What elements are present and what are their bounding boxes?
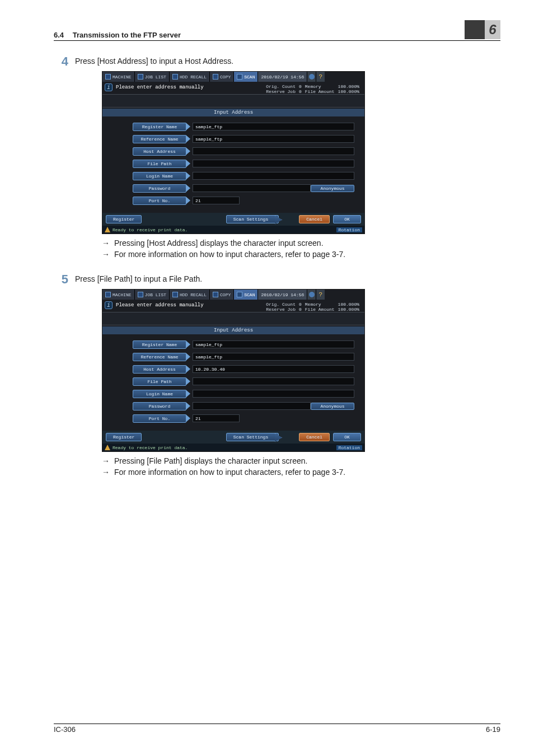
- tab-joblist[interactable]: JOB LIST: [135, 290, 170, 300]
- reference-name-button[interactable]: Reference Name: [133, 135, 186, 143]
- address-form: Register Namesample_ftp Reference Namesa…: [102, 116, 364, 213]
- warning-icon: [105, 227, 110, 232]
- cancel-button[interactable]: Cancel: [299, 433, 330, 441]
- register-name-value: sample_ftp: [193, 340, 354, 348]
- port-no-button[interactable]: Port No.: [133, 197, 186, 205]
- step-text-5: Press [File Path] to input a File Path.: [75, 274, 202, 283]
- tab-copy[interactable]: COPY: [210, 290, 234, 300]
- chapter-number: 6: [485, 20, 500, 39]
- password-value: [193, 184, 311, 192]
- page-footer: IC-306 6-19: [54, 724, 500, 734]
- cancel-button[interactable]: Cancel: [299, 215, 330, 223]
- machine-icon: [105, 74, 111, 80]
- tab-copy[interactable]: COPY: [210, 72, 234, 82]
- arrow-icon: →: [102, 468, 110, 477]
- port-no-value: 21: [193, 197, 240, 204]
- login-name-value: [193, 390, 354, 398]
- register-button[interactable]: Register: [106, 433, 142, 441]
- page-header: 6.4 Transmission to the FTP server 6: [54, 20, 500, 41]
- help-icon[interactable]: ?: [316, 290, 325, 300]
- anonymous-button[interactable]: Anonymous: [311, 185, 354, 192]
- form-title: Input Address: [102, 326, 364, 334]
- scan-icon: [237, 74, 242, 80]
- file-path-value: [193, 160, 354, 167]
- step-number-4: 4: [54, 54, 75, 69]
- help-icon[interactable]: ?: [316, 72, 325, 82]
- scan-icon: [237, 292, 242, 297]
- reference-name-value: sample_ftp: [193, 135, 354, 143]
- login-name-button[interactable]: Login Name: [133, 390, 186, 398]
- form-title: Input Address: [102, 109, 364, 116]
- register-name-value: sample_ftp: [193, 123, 354, 130]
- login-name-value: [193, 172, 354, 180]
- register-button[interactable]: Register: [106, 215, 142, 223]
- scan-settings-button[interactable]: Scan Settings: [226, 433, 279, 441]
- section-number: 6.4: [54, 31, 64, 39]
- info-icon: i: [105, 301, 113, 309]
- machine-icon: [105, 292, 111, 297]
- copy-icon: [213, 74, 218, 80]
- address-form: Register Namesample_ftp Reference Namesa…: [102, 334, 364, 431]
- tab-hddrecall[interactable]: HDD RECALL: [170, 72, 210, 82]
- host-address-button[interactable]: Host Address: [133, 365, 186, 374]
- notes-step5: →Pressing [File Path] displays the chara…: [102, 456, 500, 477]
- file-path-value: [193, 377, 354, 385]
- anonymous-button[interactable]: Anonymous: [311, 403, 354, 410]
- tab-machine[interactable]: MACHINE: [102, 290, 135, 300]
- file-path-button[interactable]: File Path: [133, 160, 186, 168]
- host-address-button[interactable]: Host Address: [133, 147, 186, 156]
- screenshot-host-address: MACHINE JOB LIST HDD RECALL COPY SCAN 20…: [102, 71, 365, 234]
- clock: 2010/02/19 14:56: [258, 72, 307, 82]
- footer-left: IC-306: [54, 725, 76, 734]
- status-text: Ready to receive print data.: [113, 445, 188, 450]
- clock: 2010/02/19 14:56: [258, 290, 307, 300]
- file-path-button[interactable]: File Path: [133, 377, 186, 386]
- status-circle-icon: [307, 72, 316, 82]
- rotation-badge: Rotation: [336, 227, 362, 232]
- tab-hddrecall[interactable]: HDD RECALL: [170, 290, 210, 300]
- info-message: Please enter address manually: [116, 302, 204, 308]
- login-name-button[interactable]: Login Name: [133, 172, 186, 180]
- status-circle-icon: [307, 290, 316, 300]
- copy-icon: [213, 292, 218, 297]
- joblist-icon: [138, 292, 143, 297]
- section-title: Transmission to the FTP server: [73, 31, 181, 39]
- register-name-button[interactable]: Register Name: [133, 340, 186, 349]
- tab-bar: MACHINE JOB LIST HDD RECALL COPY SCAN 20…: [102, 290, 364, 300]
- screenshot-file-path: MACHINE JOB LIST HDD RECALL COPY SCAN 20…: [102, 289, 365, 452]
- footer-right: 6-19: [486, 725, 500, 734]
- arrow-icon: →: [102, 456, 110, 465]
- step-number-5: 5: [54, 272, 75, 287]
- reference-name-value: sample_ftp: [193, 353, 354, 361]
- password-button[interactable]: Password: [133, 184, 186, 193]
- tab-scan[interactable]: SCAN: [234, 290, 258, 300]
- notes-step4: →Pressing [Host Address] displays the ch…: [102, 239, 500, 259]
- ok-button[interactable]: OK: [333, 215, 361, 223]
- tab-bar: MACHINE JOB LIST HDD RECALL COPY SCAN 20…: [102, 72, 364, 82]
- reference-name-button[interactable]: Reference Name: [133, 353, 186, 361]
- password-button[interactable]: Password: [133, 402, 186, 410]
- port-no-value: 21: [193, 414, 240, 422]
- info-icon: i: [105, 83, 113, 91]
- status-text: Ready to receive print data.: [113, 227, 188, 232]
- status-counters: Orig. Count0Memory100.000% Reserve Job0F…: [264, 302, 361, 312]
- arrow-icon: →: [102, 250, 110, 259]
- warning-icon: [105, 445, 110, 450]
- register-name-button[interactable]: Register Name: [133, 123, 186, 131]
- scan-settings-button[interactable]: Scan Settings: [226, 215, 279, 223]
- chapter-badge: 6: [465, 20, 500, 39]
- status-counters: Orig. Count0Memory100.000% Reserve Job0F…: [264, 84, 361, 94]
- host-address-value: [193, 147, 354, 155]
- step-text-4: Press [Host Address] to input a Host Add…: [75, 57, 233, 66]
- tab-joblist[interactable]: JOB LIST: [135, 72, 170, 82]
- info-message: Please enter address manually: [116, 85, 204, 90]
- rotation-badge: Rotation: [336, 445, 362, 450]
- arrow-icon: →: [102, 239, 110, 248]
- tab-scan[interactable]: SCAN: [234, 72, 258, 82]
- tab-machine[interactable]: MACHINE: [102, 72, 135, 82]
- host-address-value: 10.20.30.40: [193, 365, 354, 373]
- hdd-icon: [172, 74, 178, 80]
- hdd-icon: [172, 292, 178, 297]
- port-no-button[interactable]: Port No.: [133, 414, 186, 423]
- ok-button[interactable]: OK: [333, 433, 361, 441]
